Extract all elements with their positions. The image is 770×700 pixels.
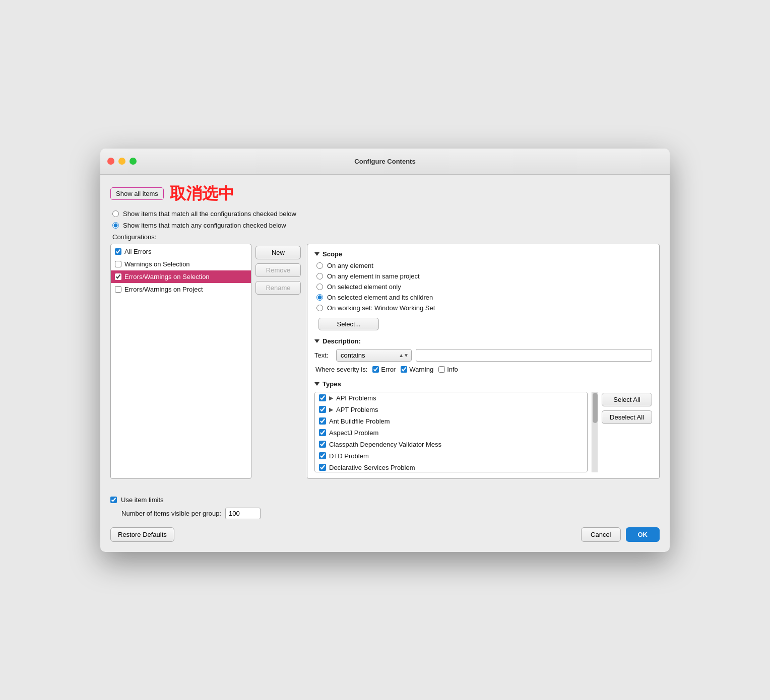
expand-icon: ▶ — [329, 395, 333, 401]
config-item-selected[interactable]: Errors/Warnings on Selection — [111, 270, 251, 283]
config-item[interactable]: Warnings on Selection — [111, 258, 251, 270]
description-section: Description: Text: contains does not con… — [314, 337, 652, 373]
new-button[interactable]: New — [255, 246, 301, 259]
type-label-5: Classpath Dependency Validator Mess — [329, 441, 441, 448]
type-item[interactable]: ▶ APT Problems — [315, 404, 587, 415]
severity-error-label: Error — [381, 366, 396, 373]
type-label-2: APT Problems — [336, 406, 378, 413]
config-item-checkbox-4[interactable] — [115, 286, 121, 293]
config-list-container: All Errors Warnings on Selection Errors/… — [110, 244, 251, 479]
config-list: All Errors Warnings on Selection Errors/… — [111, 244, 251, 297]
configurations-label: Configurations: — [112, 233, 660, 241]
config-item[interactable]: Errors/Warnings on Project — [111, 283, 251, 296]
type-checkbox-6[interactable] — [319, 452, 326, 459]
config-item-checkbox-3[interactable] — [115, 273, 121, 280]
scope-label-same-project: On any element in same project — [327, 272, 420, 280]
remove-button[interactable]: Remove — [255, 263, 301, 277]
scrollbar[interactable] — [592, 392, 598, 472]
rename-button[interactable]: Rename — [255, 281, 301, 295]
type-label-7: Declarative Services Problem — [329, 464, 415, 471]
severity-warning: Warning — [401, 366, 433, 373]
select-button[interactable]: Select... — [318, 318, 379, 330]
type-checkbox-7[interactable] — [319, 464, 326, 471]
type-item[interactable]: AspectJ Problem — [315, 427, 587, 439]
severity-error-checkbox[interactable] — [372, 366, 379, 373]
config-item-checkbox-1[interactable] — [115, 248, 121, 255]
radio-match-any[interactable] — [112, 222, 119, 229]
config-item[interactable]: All Errors — [111, 245, 251, 258]
contains-select-wrapper: contains does not contain starts with en… — [336, 349, 412, 362]
scope-radio-selected-children[interactable] — [316, 294, 323, 301]
text-label: Text: — [314, 352, 332, 359]
type-item[interactable]: Ant Buildfile Problem — [315, 415, 587, 427]
list-buttons: New Remove Rename — [255, 244, 301, 479]
type-buttons: Select All Deselect All — [602, 392, 652, 472]
severity-info-checkbox[interactable] — [438, 366, 445, 373]
use-item-limits-row: Use item limits — [110, 496, 660, 504]
chinese-label: 取消选中 — [170, 183, 234, 205]
scope-row-selected-children: On selected element and its children — [316, 294, 652, 301]
contains-select[interactable]: contains does not contain starts with en… — [336, 349, 412, 362]
types-list-container: ▶ API Problems ▶ APT Problems Ant Buildf… — [314, 392, 652, 472]
radio-match-all[interactable] — [112, 211, 119, 217]
description-text-input[interactable] — [416, 349, 652, 362]
description-title: Description: — [323, 337, 361, 345]
config-item-label-2: Warnings on Selection — [124, 260, 190, 268]
scope-radio-working-set[interactable] — [316, 305, 323, 311]
types-list: ▶ API Problems ▶ APT Problems Ant Buildf… — [314, 392, 588, 472]
items-per-group-input[interactable] — [225, 508, 261, 519]
ok-button[interactable]: OK — [626, 527, 660, 542]
scope-label-selected-only: On selected element only — [327, 283, 401, 291]
scope-row-same-project: On any element in same project — [316, 272, 652, 280]
close-button[interactable] — [107, 158, 114, 165]
severity-row: Where severity is: Error Warning Info — [314, 366, 652, 373]
config-item-checkbox-2[interactable] — [115, 261, 121, 267]
radio-match-any-row: Show items that match any configuration … — [112, 222, 660, 229]
window-controls — [107, 158, 137, 165]
left-panel: All Errors Warnings on Selection Errors/… — [110, 244, 301, 479]
window-title: Configure Contents — [354, 158, 415, 165]
type-checkbox-1[interactable] — [319, 394, 326, 401]
type-item[interactable]: Declarative Services Problem — [315, 462, 587, 472]
description-triangle-icon — [314, 339, 319, 343]
type-label-3: Ant Buildfile Problem — [329, 417, 390, 425]
types-title: Types — [323, 380, 341, 388]
select-all-button[interactable]: Select All — [602, 393, 652, 406]
type-item[interactable]: ▶ API Problems — [315, 392, 587, 404]
types-section: Types ▶ API Problems ▶ — [314, 380, 652, 472]
severity-error: Error — [372, 366, 396, 373]
main-area: All Errors Warnings on Selection Errors/… — [110, 244, 660, 479]
type-checkbox-3[interactable] — [319, 417, 326, 425]
config-item-label-4: Errors/Warnings on Project — [124, 286, 203, 293]
scope-label-selected-children: On selected element and its children — [327, 294, 433, 301]
scope-row-any: On any element — [316, 262, 652, 269]
type-checkbox-5[interactable] — [319, 441, 326, 448]
restore-defaults-button[interactable]: Restore Defaults — [110, 527, 174, 542]
severity-label: Where severity is: — [315, 366, 367, 373]
type-label-6: DTD Problem — [329, 452, 369, 460]
type-item[interactable]: DTD Problem — [315, 450, 587, 462]
scope-radio-same-project[interactable] — [316, 273, 323, 279]
titlebar: Configure Contents — [100, 149, 670, 175]
scope-radio-selected-only[interactable] — [316, 284, 323, 290]
minimize-button[interactable] — [118, 158, 125, 165]
type-checkbox-2[interactable] — [319, 406, 326, 413]
configure-contents-window: Configure Contents Show all items 取消选中 S… — [100, 149, 670, 552]
show-all-button[interactable]: Show all items — [110, 187, 164, 200]
scope-row-working-set: On working set: Window Working Set — [316, 304, 652, 312]
scope-radio-any[interactable] — [316, 262, 323, 269]
use-item-limits-checkbox[interactable] — [110, 497, 117, 503]
type-item[interactable]: Classpath Dependency Validator Mess — [315, 439, 587, 450]
type-checkbox-4[interactable] — [319, 429, 326, 436]
cancel-button[interactable]: Cancel — [581, 527, 620, 542]
items-per-group-row: Number of items visible per group: — [121, 508, 660, 519]
maximize-button[interactable] — [130, 158, 137, 165]
severity-warning-checkbox[interactable] — [401, 366, 407, 373]
deselect-all-button[interactable]: Deselect All — [602, 410, 652, 424]
scrollbar-thumb[interactable] — [593, 393, 598, 423]
expand-icon: ▶ — [329, 406, 333, 413]
type-label-1: API Problems — [336, 394, 376, 402]
items-per-group-label: Number of items visible per group: — [121, 510, 221, 517]
scope-row-selected-only: On selected element only — [316, 283, 652, 291]
config-item-label-1: All Errors — [124, 248, 151, 255]
